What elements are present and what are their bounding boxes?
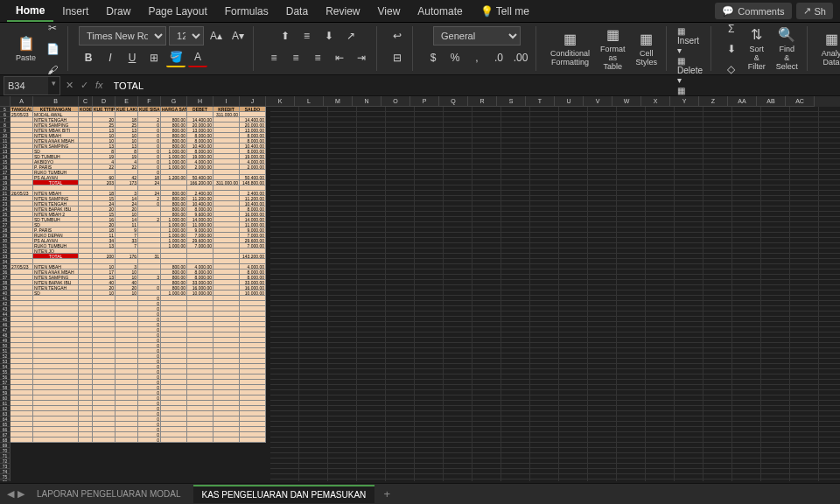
- number-format-select[interactable]: General: [433, 26, 521, 46]
- col-header[interactable]: AA: [728, 96, 757, 107]
- cells-area[interactable]: TANGGALKETERANGANKODEKUE TITIPKUE LAKUKU…: [10, 107, 840, 481]
- merge-button[interactable]: ⊟: [388, 48, 407, 67]
- col-header[interactable]: V: [584, 96, 612, 107]
- select-all-corner[interactable]: [0, 96, 10, 107]
- col-header[interactable]: W: [612, 96, 641, 107]
- col-header[interactable]: N: [353, 96, 382, 107]
- orientation-button[interactable]: ↗: [341, 26, 360, 46]
- col-header[interactable]: K: [266, 96, 295, 107]
- col-header[interactable]: P: [410, 96, 439, 107]
- cut-button[interactable]: ✂: [43, 18, 62, 38]
- font-size-select[interactable]: 12: [169, 26, 204, 46]
- borders-button[interactable]: ⊞: [144, 48, 164, 67]
- data-cell[interactable]: [116, 438, 138, 443]
- tell-me[interactable]: 💡 Tell me: [472, 2, 538, 21]
- fill-button[interactable]: ⬇: [722, 39, 741, 59]
- row-header[interactable]: 76: [0, 480, 10, 481]
- data-cell[interactable]: [10, 438, 33, 443]
- align-bottom-button[interactable]: ⬇: [319, 26, 339, 46]
- col-header[interactable]: M: [324, 96, 353, 107]
- clear-button[interactable]: ◇: [722, 60, 741, 79]
- col-header[interactable]: F: [138, 96, 161, 107]
- decrease-decimal-button[interactable]: .00: [511, 48, 530, 67]
- font-name-select[interactable]: Times New Roman: [79, 26, 166, 46]
- copy-button[interactable]: 📄: [43, 39, 62, 59]
- insert-cells-button[interactable]: ▦ Insert ▾: [677, 26, 705, 55]
- tab-page-layout[interactable]: Page Layout: [139, 2, 215, 21]
- align-top-button[interactable]: ⬆: [276, 26, 295, 46]
- share-button[interactable]: ↗ Sh: [796, 3, 833, 19]
- col-header[interactable]: U: [555, 96, 584, 107]
- align-right-button[interactable]: ≡: [308, 48, 327, 67]
- sheet-tab-active[interactable]: KAS PENGELUARAN DAN PEMASUKAN: [193, 485, 375, 503]
- bold-button[interactable]: B: [79, 48, 98, 67]
- data-cell[interactable]: [33, 438, 79, 443]
- col-header[interactable]: E: [116, 96, 138, 107]
- data-cell[interactable]: [240, 438, 266, 443]
- sheet-tab-inactive[interactable]: LAPORAN PENGELUARAN MODAL: [28, 486, 190, 502]
- find-select-button[interactable]: 🔍Find & Select: [773, 24, 802, 73]
- col-header[interactable]: D: [93, 96, 116, 107]
- tab-data[interactable]: Data: [277, 2, 317, 21]
- data-cell[interactable]: [79, 438, 93, 443]
- name-box-input[interactable]: [4, 77, 48, 94]
- col-header[interactable]: AC: [786, 96, 815, 107]
- name-box-dropdown-icon[interactable]: ▾: [48, 77, 60, 94]
- data-cell[interactable]: [214, 438, 240, 443]
- cell-styles-button[interactable]: ▦Cell Styles: [633, 29, 662, 68]
- col-header[interactable]: L: [295, 96, 324, 107]
- increase-font-button[interactable]: A▴: [206, 26, 226, 46]
- tab-formulas[interactable]: Formulas: [216, 2, 277, 21]
- col-header[interactable]: AB: [757, 96, 786, 107]
- tab-draw[interactable]: Draw: [97, 2, 139, 21]
- data-cell[interactable]: [161, 438, 187, 443]
- col-header[interactable]: O: [382, 96, 410, 107]
- fill-color-button[interactable]: 🪣: [166, 48, 186, 67]
- col-header[interactable]: S: [497, 96, 526, 107]
- column-headers[interactable]: ABCDEFGHIJKLMNOPQRSTUVWXYZAAABAC: [0, 96, 840, 107]
- col-header[interactable]: Q: [439, 96, 468, 107]
- formula-input[interactable]: [108, 79, 836, 93]
- col-header[interactable]: C: [79, 96, 93, 107]
- italic-button[interactable]: I: [101, 48, 120, 67]
- spreadsheet-grid[interactable]: ABCDEFGHIJKLMNOPQRSTUVWXYZAAABAC 5678910…: [0, 96, 840, 481]
- col-header[interactable]: A: [10, 96, 33, 107]
- col-header[interactable]: H: [187, 96, 214, 107]
- col-header[interactable]: B: [33, 96, 79, 107]
- align-left-button[interactable]: ≡: [264, 48, 284, 67]
- decrease-font-button[interactable]: A▾: [228, 26, 248, 46]
- data-cell[interactable]: [93, 438, 116, 443]
- wrap-text-button[interactable]: ↩: [388, 26, 407, 46]
- name-box[interactable]: ▾: [4, 76, 60, 95]
- tab-view[interactable]: View: [369, 2, 410, 21]
- align-center-button[interactable]: ≡: [286, 48, 305, 67]
- col-header[interactable]: G: [161, 96, 187, 107]
- sheet-nav-first-icon[interactable]: ◀: [7, 488, 14, 500]
- sort-filter-button[interactable]: ⇅Sort & Filter: [745, 24, 769, 73]
- row-headers[interactable]: 5678910111213141516171819202122232425262…: [0, 107, 10, 481]
- font-color-button[interactable]: A: [188, 48, 207, 67]
- autosum-button[interactable]: Σ: [722, 19, 741, 38]
- fx-icon[interactable]: fx: [94, 80, 105, 91]
- underline-button[interactable]: U: [122, 48, 142, 67]
- sheet-nav-prev-icon[interactable]: ▶: [18, 488, 24, 500]
- percent-button[interactable]: %: [445, 48, 465, 67]
- add-sheet-button[interactable]: +: [378, 486, 396, 503]
- data-cell[interactable]: 0: [138, 438, 161, 443]
- increase-decimal-button[interactable]: .0: [489, 48, 508, 67]
- col-header[interactable]: Z: [699, 96, 728, 107]
- data-cell[interactable]: [187, 438, 214, 443]
- conditional-formatting-button[interactable]: ▦Conditional Formatting: [547, 29, 593, 68]
- col-header[interactable]: T: [526, 96, 555, 107]
- align-middle-button[interactable]: ≡: [298, 26, 317, 46]
- analyze-data-button[interactable]: ▦Analy Data: [818, 29, 840, 68]
- col-header[interactable]: R: [468, 96, 497, 107]
- col-header[interactable]: J: [240, 96, 266, 107]
- comma-button[interactable]: ,: [467, 48, 486, 67]
- cancel-formula-icon[interactable]: ✕: [64, 80, 75, 91]
- col-header[interactable]: Y: [670, 96, 699, 107]
- increase-indent-button[interactable]: ⇥: [352, 48, 371, 67]
- tab-automate[interactable]: Automate: [409, 2, 471, 21]
- col-header[interactable]: I: [214, 96, 240, 107]
- enter-formula-icon[interactable]: ✓: [79, 80, 90, 91]
